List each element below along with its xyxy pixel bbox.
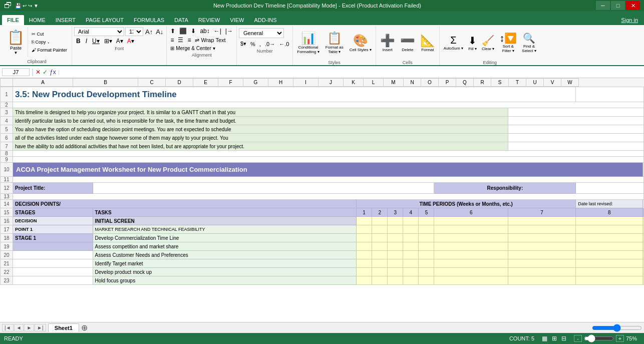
cell-H19[interactable] — [419, 242, 434, 251]
cell-G21[interactable] — [403, 259, 419, 268]
row-num-17[interactable]: 17 — [1, 225, 13, 234]
row-num-6[interactable]: 6 — [1, 134, 13, 142]
cell-B12[interactable] — [93, 183, 434, 194]
copy-button[interactable]: ⎘ Copy ▾ — [30, 39, 69, 46]
cell-A8[interactable] — [13, 151, 644, 157]
cell-H21[interactable] — [419, 259, 434, 268]
bold-button[interactable]: B — [74, 37, 83, 45]
col-header-O[interactable]: O — [421, 79, 439, 87]
cell-E20[interactable] — [372, 251, 388, 259]
cell-G18[interactable] — [403, 234, 419, 242]
cell-L18[interactable] — [643, 234, 644, 242]
cell-I22[interactable] — [434, 268, 508, 276]
font-size-select[interactable]: 12 — [125, 27, 143, 36]
cell-F17[interactable] — [388, 225, 403, 234]
cell-F20[interactable] — [388, 251, 403, 259]
cell-D23[interactable] — [357, 276, 372, 285]
normal-view-btn[interactable]: ▦ — [540, 334, 549, 342]
qa-dropdown-btn[interactable]: ▼ — [34, 3, 39, 9]
cell-J22[interactable] — [508, 268, 575, 276]
redo-btn[interactable]: ↪ — [28, 3, 32, 9]
cell-B15[interactable]: TASKS — [93, 208, 357, 217]
cell-L21[interactable] — [643, 259, 644, 268]
cell-J21[interactable] — [508, 259, 575, 268]
cell-J18[interactable] — [508, 234, 575, 242]
cell-E18[interactable] — [372, 234, 388, 242]
col-header-V[interactable]: V — [544, 79, 561, 87]
formula-input[interactable] — [62, 69, 642, 75]
cell-E19[interactable] — [372, 242, 388, 251]
cell-J23[interactable] — [508, 276, 575, 285]
cell-J5[interactable] — [508, 125, 643, 134]
page-break-view-btn[interactable]: ⊟ — [560, 334, 568, 342]
zoom-slider[interactable] — [584, 334, 614, 342]
sort-filter-button[interactable]: ↕🔽 Sort &Filter ▾ — [497, 31, 519, 54]
cell-A15[interactable]: STAGES — [13, 208, 93, 217]
indent-increase-btn[interactable]: |→ — [224, 27, 234, 35]
cell-H18[interactable] — [419, 234, 434, 242]
cell-H16[interactable] — [419, 217, 434, 225]
cell-K18[interactable] — [576, 234, 643, 242]
align-top-btn[interactable]: ⬆ — [169, 27, 177, 35]
cell-F22[interactable] — [388, 268, 403, 276]
cell-B16[interactable]: INITIAL SCREEN — [93, 217, 357, 225]
row-num-2[interactable]: 2 — [1, 102, 13, 108]
cell-M14[interactable] — [643, 200, 644, 208]
cell-L17[interactable] — [643, 225, 644, 234]
comma-btn[interactable]: , — [258, 41, 262, 48]
sheet-nav-next-btn[interactable]: ► — [24, 324, 34, 331]
cell-D15[interactable]: 1 — [357, 208, 372, 217]
cell-J17[interactable] — [508, 225, 575, 234]
underline-button[interactable]: U▾ — [90, 37, 102, 45]
row-num-23[interactable]: 23 — [1, 276, 13, 285]
row-num-20[interactable]: 20 — [1, 251, 13, 259]
cell-D16[interactable] — [357, 217, 372, 225]
cell-E23[interactable] — [372, 276, 388, 285]
cell-styles-button[interactable]: 🎨 Cell Styles ▾ — [348, 33, 374, 53]
col-header-R[interactable]: R — [474, 79, 491, 87]
decrease-decimal-btn[interactable]: ←.0 — [277, 41, 290, 48]
col-header-I[interactable]: I — [293, 79, 318, 87]
tab-insert[interactable]: INSERT — [51, 15, 81, 25]
tab-review[interactable]: REVIEW — [193, 15, 225, 25]
cell-H17[interactable] — [419, 225, 434, 234]
cell-J20[interactable] — [508, 251, 575, 259]
cell-I19[interactable] — [434, 242, 508, 251]
cell-L15[interactable] — [643, 208, 644, 217]
currency-btn[interactable]: $▾ — [239, 40, 248, 48]
zoom-level[interactable]: 75% — [626, 335, 640, 341]
col-header-C[interactable]: C — [138, 79, 166, 87]
fill-color-button[interactable]: A▾ — [115, 37, 125, 45]
cell-B22[interactable]: Develop product mock up — [93, 268, 357, 276]
page-layout-view-btn[interactable]: ⊞ — [550, 334, 558, 342]
row-num-10[interactable]: 10 — [1, 163, 13, 177]
cell-K17[interactable] — [576, 225, 643, 234]
cell-A19[interactable] — [13, 242, 93, 251]
cell-B20[interactable]: Assess Customer Needs and Preferences — [93, 251, 357, 259]
row-num-14[interactable]: 14 — [1, 200, 13, 208]
sheet-nav-last-btn[interactable]: ►| — [35, 324, 46, 331]
row-num-5[interactable]: 5 — [1, 125, 13, 134]
cell-K1[interactable] — [576, 87, 644, 102]
cell-I20[interactable] — [434, 251, 508, 259]
wrap-text-button[interactable]: ⇌ Wrap Text — [193, 37, 227, 44]
col-header-F[interactable]: F — [218, 79, 243, 87]
col-header-U[interactable]: U — [526, 79, 544, 87]
row-num-8[interactable]: 8 — [1, 151, 13, 157]
row-num-18[interactable]: 18 — [1, 234, 13, 242]
cell-I18[interactable] — [434, 234, 508, 242]
cell-I16[interactable] — [434, 217, 508, 225]
confirm-formula-btn[interactable]: ✓ — [43, 69, 48, 76]
percent-btn[interactable]: % — [249, 41, 257, 48]
cell-A3[interactable]: This timeline is designed to help you or… — [13, 108, 508, 117]
cell-E17[interactable] — [372, 225, 388, 234]
conditional-formatting-button[interactable]: 📊 ConditionalFormatting ▾ — [295, 30, 321, 55]
col-header-T[interactable]: T — [509, 79, 526, 87]
merge-center-button[interactable]: ⊞ Merge & Center ▾ — [169, 45, 216, 52]
cell-H20[interactable] — [419, 251, 434, 259]
tab-data[interactable]: DATA — [169, 15, 193, 25]
cell-K16[interactable] — [576, 217, 643, 225]
cell-B21[interactable]: Identify Target market — [93, 259, 357, 268]
row-num-11[interactable]: 11 — [1, 177, 13, 183]
col-header-H[interactable]: H — [268, 79, 293, 87]
